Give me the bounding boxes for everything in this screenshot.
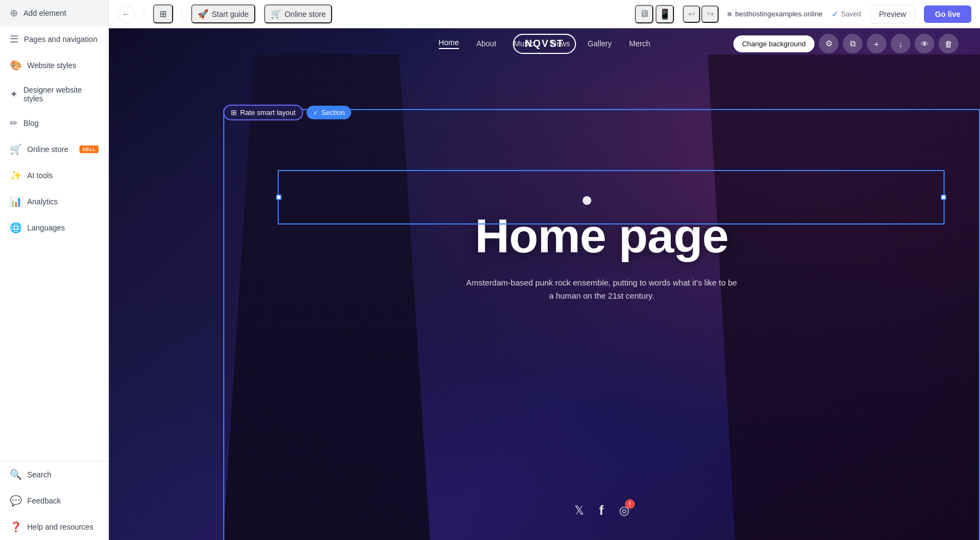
notification-badge: ! — [625, 499, 635, 509]
go-live-button[interactable]: Go live — [924, 5, 971, 23]
instagram-wrapper: ◎ ! — [619, 503, 629, 518]
help-resources-icon: ❓ — [10, 521, 22, 533]
sidebar-item-pages-navigation[interactable]: ☰ Pages and navigation — [0, 26, 108, 52]
start-guide-label: Start guide — [212, 10, 249, 19]
blog-icon: ✏ — [10, 117, 18, 129]
sidebar-item-label-analytics: Analytics — [27, 197, 58, 206]
domain-indicator: besthostingexamples.online — [727, 10, 822, 18]
back-button[interactable]: ← — [118, 5, 135, 23]
mobile-view-button[interactable]: 📱 — [656, 5, 674, 23]
facebook-icon[interactable]: f — [599, 503, 604, 518]
canvas-area[interactable]: NQVST Home About Music News Gallery Merc… — [109, 28, 980, 540]
sidebar-item-search[interactable]: 🔍 Search — [0, 462, 108, 488]
add-element-icon: ⊕ — [10, 7, 18, 19]
rocket-icon: 🚀 — [198, 9, 209, 19]
smart-layout-icon: ⊞ — [231, 108, 237, 117]
website-styles-icon: 🎨 — [10, 59, 22, 71]
languages-icon: 🌐 — [10, 222, 22, 234]
sidebar-item-online-store[interactable]: 🛒 Online store SELL — [0, 136, 108, 162]
preview-button[interactable]: Preview — [870, 5, 916, 23]
section-toolbar: ⊞ Rate smart layout ✓ Section — [223, 105, 351, 120]
device-switcher: 🖥 📱 — [635, 5, 674, 23]
desktop-icon: 🖥 — [639, 8, 649, 20]
sidebar-item-label-add-element: Add element — [23, 9, 66, 17]
hero-title: Home page — [475, 212, 728, 260]
preview-label: Preview — [879, 10, 906, 19]
saved-checkmark-icon: ✓ — [831, 9, 838, 19]
go-live-label: Go live — [935, 10, 960, 19]
sidebar-item-label-search: Search — [27, 470, 51, 479]
sidebar-item-languages[interactable]: 🌐 Languages — [0, 215, 108, 241]
start-guide-button[interactable]: 🚀 Start guide — [191, 4, 255, 23]
hero-subtitle: Amsterdam-based punk rock ensemble, putt… — [465, 276, 738, 302]
pages-navigation-icon: ☰ — [10, 33, 19, 45]
sidebar-item-label-website-styles: Website styles — [27, 61, 76, 70]
undo-redo-group: ↩ ↪ — [683, 5, 719, 23]
rate-smart-layout-button[interactable]: ⊞ Rate smart layout — [223, 105, 303, 120]
main-area: ← ⊞ 🚀 Start guide 🛒 Online store 🖥 📱 ↩ ↪ — [109, 0, 980, 540]
sidebar-item-designer-styles[interactable]: ✦ Designer website styles — [0, 78, 108, 110]
mobile-icon: 📱 — [659, 8, 671, 20]
section-badge: ✓ Section — [307, 106, 351, 119]
topbar-divider-2 — [182, 8, 182, 21]
saved-label: Saved — [841, 10, 861, 18]
sidebar-item-label-pages-navigation: Pages and navigation — [24, 35, 97, 44]
topbar-divider — [144, 8, 144, 21]
sell-badge: SELL — [79, 145, 99, 153]
sidebar: ⊕ Add element ☰ Pages and navigation 🎨 W… — [0, 0, 109, 540]
feedback-icon: 💬 — [10, 495, 22, 507]
sidebar-item-add-element[interactable]: ⊕ Add element — [0, 0, 108, 26]
sidebar-item-label-feedback: Feedback — [27, 496, 60, 505]
sidebar-item-label-blog: Blog — [23, 119, 39, 128]
sidebar-item-label-help-resources: Help and resources — [27, 523, 93, 531]
domain-text: besthostingexamples.online — [735, 10, 822, 18]
topbar: ← ⊞ 🚀 Start guide 🛒 Online store 🖥 📱 ↩ ↪ — [109, 0, 980, 28]
desktop-view-button[interactable]: 🖥 — [635, 5, 653, 23]
online-store-label: Online store — [285, 10, 326, 19]
domain-status-dot — [727, 12, 732, 16]
rate-smart-label: Rate smart layout — [240, 108, 296, 117]
search-icon: 🔍 — [10, 469, 22, 481]
online-store-button[interactable]: 🛒 Online store — [264, 4, 332, 23]
sidebar-item-label-online-store: Online store — [27, 145, 68, 154]
layout-view-button[interactable]: ⊞ — [153, 4, 173, 23]
website-preview: NQVST Home About Music News Gallery Merc… — [109, 28, 980, 540]
sidebar-item-label-languages: Languages — [27, 223, 65, 232]
analytics-icon: 📊 — [10, 196, 22, 208]
cart-icon: 🛒 — [271, 9, 281, 19]
sidebar-item-feedback[interactable]: 💬 Feedback — [0, 488, 108, 514]
twitter-icon[interactable]: 𝕏 — [574, 503, 584, 518]
sidebar-item-label-designer-styles: Designer website styles — [23, 86, 99, 103]
section-label: Section — [321, 108, 345, 117]
sidebar-item-ai-tools[interactable]: ✨ AI tools — [0, 162, 108, 189]
sidebar-item-analytics[interactable]: 📊 Analytics — [0, 189, 108, 215]
online-store-icon: 🛒 — [10, 143, 22, 155]
section-check-icon: ✓ — [313, 109, 318, 117]
social-links: 𝕏 f ◎ ! — [574, 503, 629, 518]
sidebar-item-blog[interactable]: ✏ Blog — [0, 110, 108, 136]
saved-indicator: ✓ Saved — [831, 9, 861, 19]
designer-styles-icon: ✦ — [10, 88, 18, 100]
redo-button[interactable]: ↪ — [701, 5, 719, 23]
layout-icon: ⊞ — [160, 9, 167, 19]
sidebar-item-help-resources[interactable]: ❓ Help and resources — [0, 514, 108, 540]
undo-button[interactable]: ↩ — [683, 5, 700, 23]
sidebar-item-website-styles[interactable]: 🎨 Website styles — [0, 52, 108, 78]
ai-tools-icon: ✨ — [10, 169, 22, 181]
sidebar-item-label-ai-tools: AI tools — [27, 171, 53, 180]
